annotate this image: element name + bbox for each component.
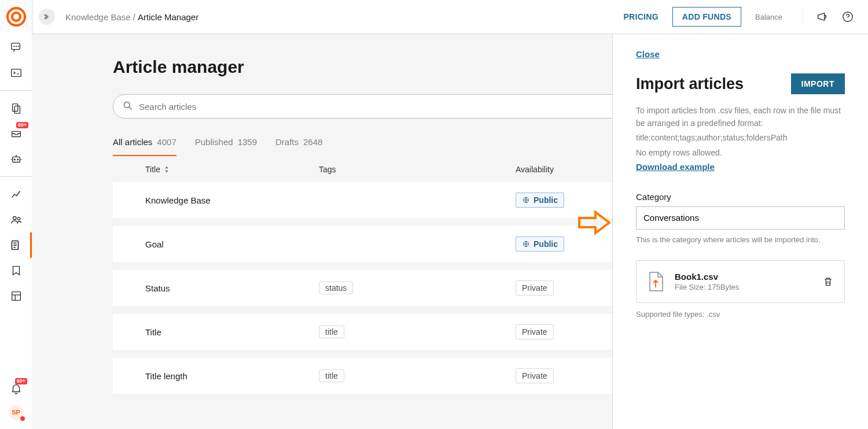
tag-chip: title bbox=[319, 369, 344, 382]
collapse-sidebar-button[interactable] bbox=[39, 9, 55, 25]
row-title: Goal bbox=[145, 239, 319, 249]
col-header-tags[interactable]: Tags bbox=[319, 165, 336, 174]
rail-inbox-badge: 99+ bbox=[16, 122, 28, 128]
rail-analytics-icon[interactable] bbox=[0, 182, 32, 207]
category-input[interactable] bbox=[636, 206, 845, 230]
row-title: Knowledge Base bbox=[145, 195, 319, 205]
svg-point-16 bbox=[124, 102, 130, 108]
availability-badge: Private bbox=[516, 280, 554, 295]
pricing-link[interactable]: PRICING bbox=[623, 12, 658, 21]
panel-desc-line1: To import articles from .csv files, each… bbox=[636, 105, 845, 130]
rail-terminal-icon[interactable] bbox=[0, 60, 32, 86]
row-title: Title bbox=[145, 327, 319, 337]
file-size: File Size: 175Bytes bbox=[675, 283, 739, 291]
svg-point-3 bbox=[18, 46, 19, 47]
import-panel: Close Import articles IMPORT To import a… bbox=[612, 34, 868, 429]
tag-chip: title bbox=[319, 326, 344, 338]
svg-rect-6 bbox=[14, 106, 20, 113]
sort-icon bbox=[164, 166, 170, 173]
col-header-title[interactable]: Title bbox=[145, 165, 160, 174]
category-hint: This is the category where articles will… bbox=[636, 235, 845, 244]
tab-published[interactable]: Published1359 bbox=[195, 137, 257, 156]
availability-badge: Private bbox=[516, 324, 554, 339]
availability-badge: Public bbox=[516, 236, 564, 252]
svg-rect-8 bbox=[12, 157, 20, 162]
row-title: Status bbox=[145, 283, 319, 293]
search-icon bbox=[122, 100, 134, 112]
rail-bell-badge: 99+ bbox=[15, 378, 27, 384]
svg-point-11 bbox=[13, 217, 16, 220]
availability-badge: Public bbox=[516, 193, 564, 208]
rail-clipboard-icon[interactable] bbox=[0, 95, 32, 121]
breadcrumb-current: Article Manager bbox=[138, 12, 198, 22]
svg-point-10 bbox=[17, 159, 18, 160]
svg-rect-4 bbox=[11, 69, 21, 77]
availability-badge: Private bbox=[516, 368, 554, 383]
left-rail: 99+ 99+ SP bbox=[0, 0, 32, 429]
balance-label: Balance bbox=[755, 13, 790, 21]
panel-desc-line3: No empty rows allowed. bbox=[636, 147, 845, 160]
panel-close-link[interactable]: Close bbox=[636, 49, 660, 59]
rail-bot-icon[interactable] bbox=[0, 146, 32, 172]
rail-notifications-icon[interactable]: 99+ bbox=[0, 376, 32, 401]
rail-team-icon[interactable] bbox=[0, 207, 32, 232]
top-bar: Knowledge Base / Article Manager PRICING… bbox=[32, 0, 868, 34]
download-example-link[interactable]: Download example bbox=[636, 162, 715, 172]
panel-title: Import articles bbox=[636, 75, 744, 93]
tag-chip: status bbox=[319, 282, 353, 294]
delete-file-button[interactable] bbox=[822, 275, 834, 288]
svg-rect-5 bbox=[12, 104, 17, 112]
file-name: Book1.csv bbox=[675, 272, 739, 282]
brand-logo-icon bbox=[6, 7, 26, 27]
announcements-icon[interactable] bbox=[816, 10, 829, 23]
category-label: Category bbox=[636, 192, 845, 202]
user-avatar[interactable]: SP bbox=[9, 405, 24, 420]
svg-point-2 bbox=[16, 46, 16, 47]
breadcrumb: Knowledge Base / Article Manager bbox=[65, 12, 198, 22]
rail-inbox-icon[interactable]: 99+ bbox=[0, 121, 32, 146]
rail-layout-icon[interactable] bbox=[0, 283, 32, 309]
user-status-dot bbox=[20, 416, 25, 421]
row-title: Title length bbox=[145, 371, 319, 381]
import-button[interactable]: IMPORT bbox=[791, 73, 845, 94]
rail-chat-icon[interactable] bbox=[0, 35, 32, 60]
svg-rect-7 bbox=[12, 131, 20, 136]
rail-knowledge-base-icon[interactable] bbox=[0, 232, 32, 258]
svg-point-9 bbox=[14, 159, 15, 160]
file-upload-icon bbox=[647, 271, 664, 292]
help-icon[interactable] bbox=[841, 10, 854, 23]
svg-point-1 bbox=[13, 46, 14, 47]
col-header-availability[interactable]: Availability bbox=[516, 165, 554, 174]
tab-drafts[interactable]: Drafts2648 bbox=[275, 137, 322, 156]
supported-types-hint: Supported file types: .csv bbox=[636, 310, 845, 319]
breadcrumb-parent[interactable]: Knowledge Base bbox=[65, 12, 131, 22]
tab-all-articles[interactable]: All articles4007 bbox=[113, 137, 176, 156]
panel-desc-line2: title;content;tags;author;status;folders… bbox=[636, 132, 845, 145]
rail-bookmark-icon[interactable] bbox=[0, 258, 32, 283]
add-funds-button[interactable]: ADD FUNDS bbox=[672, 7, 741, 27]
uploaded-file-card: Book1.csv File Size: 175Bytes bbox=[636, 260, 845, 303]
user-avatar-initials: SP bbox=[12, 409, 20, 416]
svg-point-12 bbox=[17, 217, 20, 220]
svg-rect-14 bbox=[12, 292, 20, 301]
